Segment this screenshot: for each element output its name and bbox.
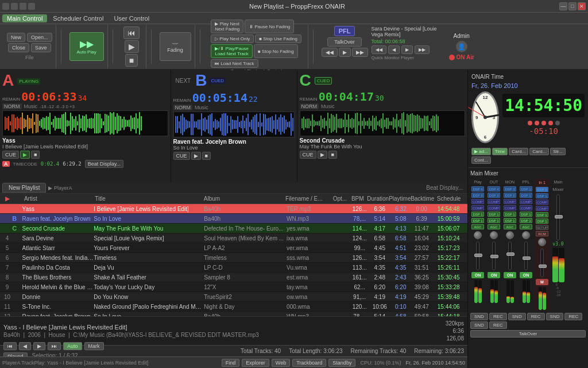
ch-in1-fader[interactable] [540, 248, 544, 277]
ch-play-fader-knob[interactable] [474, 254, 482, 257]
ch-pfl-fader[interactable] [524, 241, 528, 270]
deck-c-cue-btn[interactable]: CUE [300, 151, 316, 159]
fading-button[interactable]: 〰 Fading [160, 32, 191, 61]
play-pause-button[interactable]: ▶ [125, 40, 139, 53]
snd-btn-3[interactable]: SND [546, 313, 564, 320]
ch-out-agc1[interactable]: DSP 1 [488, 212, 500, 217]
ch-in1-agc2[interactable]: DSP 1 [536, 218, 548, 224]
standby-button[interactable]: Standby [328, 359, 355, 367]
clock-tab-ad[interactable]: ▶ ad... [471, 148, 491, 155]
col-header-file[interactable]: Filename / E... [285, 195, 332, 202]
ch-out-comp[interactable]: COMP [488, 199, 500, 204]
table-row[interactable]: A Yass I Believe [Jamie Lewis Revisited … [0, 204, 467, 214]
ch-play-gain-knob[interactable] [474, 231, 482, 239]
pfl-prev-button[interactable]: ◀◀ [322, 48, 338, 57]
col-header-artist[interactable]: Artist [24, 195, 95, 202]
web-button[interactable]: Web [272, 359, 290, 367]
ch-out-dsp2[interactable]: DSP 3 [488, 193, 500, 198]
ch-play-agc3[interactable]: AGC [471, 224, 484, 229]
talkover-button[interactable]: TalkOver [327, 37, 362, 47]
ch-pfl-fader-knob[interactable] [523, 256, 531, 260]
play-next-only-button[interactable]: ▷ Play Next Only [211, 34, 254, 43]
rec-btn-4[interactable]: REC [489, 321, 507, 329]
ch-mon-dsp2[interactable]: DSP 2 [504, 193, 516, 198]
ch-play-on-btn[interactable]: ON [471, 272, 484, 278]
stop-no-fading-button[interactable]: ■ Stop No Fading [254, 44, 298, 58]
ch-pfl-agc2[interactable]: DSP 1 [520, 218, 532, 223]
table-row[interactable]: 12 Raven feat. Jocelyn Brown So In Love … [0, 312, 467, 316]
table-row[interactable]: 11 S-Tone Inc. Naked Ground [Paolo Fedre… [0, 302, 467, 312]
ch-mon-fader[interactable] [508, 241, 512, 270]
table-row[interactable]: 10 Donnie Do You Know TrueSpirit2 ow.wma… [0, 292, 467, 302]
clock-tab-time[interactable]: Time [492, 148, 508, 155]
ch-pfl-dsp2[interactable]: DSP 1 [520, 193, 532, 198]
table-row[interactable]: 8 The Blues Brothers Shake A Tail Feathe… [0, 273, 467, 282]
col-header-playtime[interactable]: Playtime [389, 195, 411, 202]
ch-pfl-on-btn[interactable]: ON [520, 272, 532, 278]
table-row[interactable]: 7 Paulinho Da Costa Deja Vu LP C-D Vu.wm… [0, 263, 467, 273]
pfl-play-button[interactable]: ▶ [339, 48, 351, 57]
clock-tab-str[interactable]: Str... [550, 148, 565, 155]
ch-mon-on-btn[interactable]: ON [504, 272, 516, 278]
autoplay-button[interactable]: ▶▶ Auto Play [69, 32, 104, 61]
deck-a-cue-btn[interactable]: CUE [2, 151, 19, 159]
col-header-schedule[interactable]: Schedule [432, 195, 465, 202]
ch-mon-comp[interactable]: COMP [504, 199, 516, 204]
table-row[interactable]: 4 Sara Devine Special [Louie Vega Remix]… [0, 233, 467, 243]
pfl-extra-btn-2[interactable]: ◀ [388, 45, 400, 54]
col-header-backtime[interactable]: Backtime [411, 195, 432, 202]
status-next-btn[interactable]: ⏭ [48, 342, 61, 350]
ch-in1-comp2[interactable]: COMP [536, 206, 548, 211]
table-row[interactable]: 6 Sergio Mendes feat. India.Arie Timeles… [0, 253, 467, 263]
ch-in1-agc1[interactable]: DSP 1 [536, 212, 548, 217]
ch-in1-on-btn[interactable]: M [536, 279, 548, 285]
clock-tab-cont[interactable]: Cont... [471, 156, 491, 164]
minimize-button[interactable]: — [559, 2, 567, 10]
col-header-bpm[interactable]: BPM [348, 195, 367, 202]
ch-in1-gain-knob[interactable] [538, 238, 546, 246]
play-next-button[interactable]: ▶ Play NextNext Fading [211, 20, 243, 33]
ch-mon-gain-knob[interactable] [506, 231, 514, 239]
col-header-title[interactable]: Title [95, 195, 204, 202]
ch-mon-agc1[interactable]: DSP 1 [504, 212, 516, 217]
menu-user-control[interactable]: User Control [109, 14, 154, 22]
deck-b-stop-btn[interactable]: ■ [202, 152, 211, 160]
play-pause-load-button[interactable]: ▶/⏸ Play/PauseLoad Next Track [211, 44, 253, 58]
ch-mon-comp2[interactable]: COMP [504, 205, 516, 210]
ch-out-dsp[interactable]: DSP 4 [488, 186, 500, 191]
status-play-btn[interactable]: ▶ [33, 342, 45, 350]
pfl-button[interactable]: PFL [334, 26, 355, 36]
talkover-mixer-btn[interactable]: TalkOver [470, 330, 586, 338]
ch-out-fader-knob[interactable] [490, 255, 498, 258]
clock-tab-card2[interactable]: Card... [529, 148, 549, 155]
table-row[interactable]: 9 Herold Melvin & the Blue Notes Today's… [0, 282, 467, 292]
menu-main-control[interactable]: Main Control [2, 14, 47, 22]
ch-pfl-gain-knob[interactable] [522, 231, 530, 239]
deck-a-play-btn[interactable]: ▶ [20, 151, 30, 159]
ch-play-dsp[interactable]: DSP 4 [471, 186, 484, 191]
ch-play-dsp2[interactable]: DSP 3 [471, 193, 484, 198]
ch-main-fader-knob[interactable] [555, 215, 563, 218]
snd-btn-4[interactable]: SND [470, 321, 488, 329]
close-button[interactable]: ✕ [578, 2, 586, 10]
ch-in1-comp[interactable]: COMP [536, 200, 548, 205]
ch-play-comp1[interactable]: COMP [471, 199, 484, 204]
status-back-btn[interactable]: ◀ [19, 342, 31, 350]
rec-btn-3[interactable]: REC [564, 313, 582, 320]
stop-button[interactable]: ■ [125, 54, 138, 67]
playlist-tab[interactable]: New Playlist [2, 183, 46, 193]
ch-in1-fader-knob[interactable] [539, 264, 547, 268]
deck-b-cue-btn[interactable]: CUE [173, 152, 190, 160]
new-button[interactable]: New [7, 33, 25, 42]
ch-main-fader[interactable] [556, 194, 560, 240]
pause-no-fading-button[interactable]: ⏸ Pause No Fading [245, 20, 294, 33]
deck-a-stop-btn[interactable]: ■ [31, 151, 40, 159]
ch-out-on-btn[interactable]: ON [488, 272, 500, 278]
ch-pfl-comp[interactable]: COMP [520, 199, 532, 204]
explorer-button[interactable]: Explorer [242, 359, 269, 367]
pfl-extra-btn-3[interactable]: ▶ [401, 45, 413, 54]
ch-in1-dsp2[interactable]: DSP 1 [536, 193, 548, 198]
prev-button[interactable]: ⏮ [123, 26, 140, 39]
table-row[interactable]: C Second Crusade May The Funk Be With Yo… [0, 224, 467, 233]
close-button[interactable]: Close [8, 43, 29, 52]
